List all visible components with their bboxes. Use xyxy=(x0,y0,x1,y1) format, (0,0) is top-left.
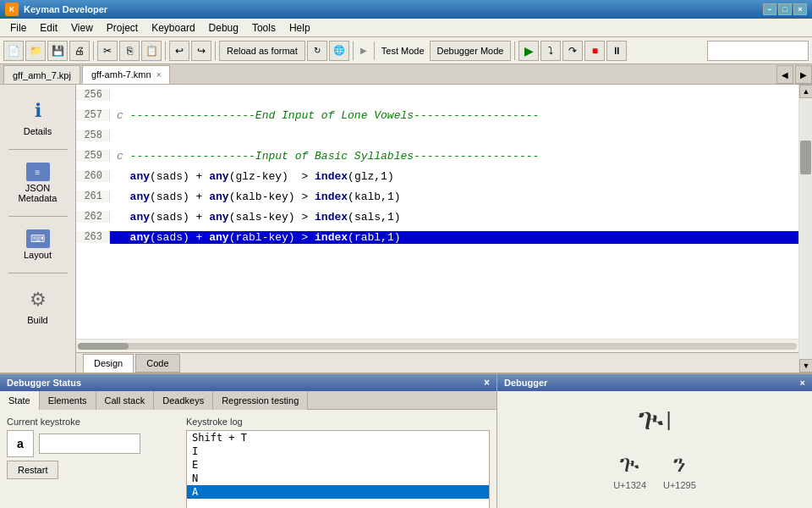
tab-kmn[interactable]: gff-amh-7.kmn × xyxy=(82,65,171,84)
debugger-main-char: ጒ | xyxy=(638,398,671,440)
debugger-status-panel: Debugger Status × State Elements Call st… xyxy=(0,374,497,508)
step-button[interactable]: ⤵ xyxy=(540,41,561,61)
menu-edit[interactable]: Edit xyxy=(33,20,64,36)
undo-button[interactable]: ↩ xyxy=(169,41,189,61)
stop-button[interactable]: ■ xyxy=(584,41,605,61)
debugger-char-item-0: ጒ U+1324 xyxy=(613,450,646,490)
debugger-char-item-1: ን U+1295 xyxy=(663,450,696,490)
paste-button[interactable]: 📋 xyxy=(141,41,162,61)
tab-kmn-close[interactable]: × xyxy=(156,70,162,80)
pause-button[interactable]: ⏸ xyxy=(606,41,627,61)
debugger-titlebar: Debugger × xyxy=(497,374,812,391)
debugger-status-title: Debugger Status xyxy=(7,378,81,388)
ds-tab-deadkeys[interactable]: Deadkeys xyxy=(154,391,213,410)
copy-button[interactable]: ⎘ xyxy=(119,41,140,61)
menu-debug[interactable]: Debug xyxy=(202,20,245,36)
debugger-mode-button[interactable]: Debugger Mode xyxy=(430,41,512,61)
sidebar-item-json-metadata[interactable]: ≡ JSON Metadata xyxy=(5,157,71,209)
debugger-status-body: Current keystroke a Restart Keystroke lo… xyxy=(0,410,497,508)
tab-kpj[interactable]: gff_amh_7.kpj xyxy=(3,65,80,84)
open-button[interactable]: 📁 xyxy=(25,41,46,61)
layout-icon: ⌨ xyxy=(26,229,50,248)
sidebar-item-layout[interactable]: ⌨ Layout xyxy=(5,224,71,266)
details-icon: ℹ xyxy=(25,97,52,124)
step-over-button[interactable]: ↷ xyxy=(562,41,583,61)
sidebar: ℹ Details ≡ JSON Metadata ⌨ Layout ⚙ Bui… xyxy=(0,85,76,373)
menu-project[interactable]: Project xyxy=(100,20,145,36)
maximize-button[interactable]: □ xyxy=(778,3,792,15)
debugger-char-1: ን xyxy=(672,450,686,478)
code-line-257: 257 c -------------------End Input of Lo… xyxy=(76,105,798,125)
tab-nav-left[interactable]: ◀ xyxy=(776,65,793,84)
ds-tab-state[interactable]: State xyxy=(0,391,40,410)
scroll-thumb[interactable] xyxy=(800,141,811,174)
code-line-261: 261 any(sads) + any(kalb-key) > index(ka… xyxy=(76,186,798,207)
editor-area: 256 257 c -------------------End Input o… xyxy=(76,85,798,373)
tab-nav-right[interactable]: ▶ xyxy=(795,65,812,84)
scroll-track xyxy=(799,98,812,359)
h-scrollbar-thumb[interactable] xyxy=(78,343,129,350)
debugger-status-left: Current keystroke a Restart xyxy=(7,417,176,508)
ds-tab-elements[interactable]: Elements xyxy=(40,391,96,410)
debugger-panel: Debugger × ጒ | ጒ U+1324 ን U+1295 xyxy=(497,374,812,508)
keystroke-text-input[interactable] xyxy=(39,433,140,454)
line-content-258 xyxy=(110,130,130,142)
line-content-257: c -------------------End Input of Lone V… xyxy=(110,109,546,122)
line-num-258: 258 xyxy=(76,130,110,141)
menu-view[interactable]: View xyxy=(64,20,100,36)
title-bar: K Keyman Developer − □ × xyxy=(0,0,812,19)
code-line-262: 262 any(sads) + any(sals-key) > index(sa… xyxy=(76,207,798,227)
cut-button[interactable]: ✂ xyxy=(97,41,118,61)
print-button[interactable]: 🖨 xyxy=(69,41,90,61)
sidebar-item-details[interactable]: ℹ Details xyxy=(5,91,71,142)
toolbar-sep1 xyxy=(93,41,94,60)
line-num-259: 259 xyxy=(76,150,110,162)
toolbar-sep4 xyxy=(353,41,354,60)
minimize-button[interactable]: − xyxy=(763,3,776,15)
tab-bar: gff_amh_7.kpj gff-amh-7.kmn × ◀ ▶ xyxy=(0,64,812,85)
debugger-close[interactable]: × xyxy=(800,378,805,388)
menu-keyboard[interactable]: Keyboard xyxy=(145,20,201,36)
start-debug-button[interactable]: ▶ xyxy=(518,41,539,61)
ds-tab-regression[interactable]: Regression testing xyxy=(213,391,308,410)
ds-tab-callstack[interactable]: Call stack xyxy=(96,391,155,410)
debugger-char-0: ጒ xyxy=(619,450,640,478)
world-button[interactable]: 🌐 xyxy=(329,41,349,61)
editor-bottom-tabs: Design Code xyxy=(76,352,798,373)
scroll-up-arrow[interactable]: ▲ xyxy=(799,85,812,98)
line-content-262: any(sads) + any(sals-key) > index(sals,1… xyxy=(110,211,408,224)
new-button[interactable]: 📄 xyxy=(3,41,24,61)
code-editor[interactable]: 256 257 c -------------------End Input o… xyxy=(76,85,798,339)
keystroke-log-area[interactable]: Shift + T I E N A xyxy=(186,430,490,508)
horizontal-scrollbar[interactable] xyxy=(76,339,798,352)
menu-file[interactable]: File xyxy=(3,20,33,36)
json-metadata-icon: ≡ xyxy=(26,163,50,181)
line-num-257: 257 xyxy=(76,109,110,121)
menu-help[interactable]: Help xyxy=(283,20,317,36)
window-controls: − □ × xyxy=(763,3,807,15)
tab-kmn-label: gff-amh-7.kmn xyxy=(91,69,151,80)
log-entry-3: N xyxy=(187,472,489,485)
sidebar-divider2 xyxy=(8,216,68,217)
vertical-scrollbar[interactable]: ▲ ▼ xyxy=(798,85,812,373)
restart-button[interactable]: Restart xyxy=(7,461,58,479)
tab-code[interactable]: Code xyxy=(135,354,179,373)
redo-button[interactable]: ↪ xyxy=(191,41,211,61)
reload-icon-button[interactable]: ↻ xyxy=(307,41,327,61)
close-button[interactable]: × xyxy=(793,3,807,15)
sidebar-item-build[interactable]: ⚙ Build xyxy=(5,280,71,331)
sidebar-build-label: Build xyxy=(27,315,47,325)
debugger-chars-row: ጒ U+1324 ን U+1295 xyxy=(613,450,696,490)
debugger-status-close[interactable]: × xyxy=(484,377,490,389)
line-num-261: 261 xyxy=(76,190,110,202)
scroll-down-arrow[interactable]: ▼ xyxy=(799,359,812,373)
log-entry-4: A xyxy=(187,485,489,499)
tab-design[interactable]: Design xyxy=(83,354,134,373)
save-button[interactable]: 💾 xyxy=(47,41,68,61)
code-line-256: 256 xyxy=(76,85,798,105)
debugger-cursor: | xyxy=(666,407,671,431)
menu-tools[interactable]: Tools xyxy=(245,20,283,36)
search-input[interactable] xyxy=(707,41,809,61)
h-scrollbar-track xyxy=(78,343,797,350)
reload-as-format-button[interactable]: Reload as format xyxy=(219,41,305,61)
